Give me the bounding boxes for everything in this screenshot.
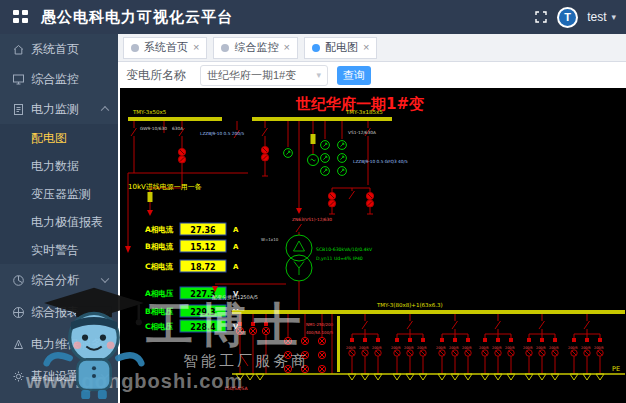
query-bar: 变电所名称 世纪华府一期1#变 ▾ 查询 (118, 62, 626, 88)
sidebar-item-comprehensive-reports[interactable]: 综合报表 (0, 296, 118, 328)
lv-section: TMY-3(80x8)+1(63x6.3) 150/5A/5A NM1-250/… (224, 302, 625, 391)
app-header: 愚公电科电力可视化云平台 T test ▾ (0, 0, 626, 34)
current-a-value: 27.36 (190, 226, 216, 235)
sidebar-item-label: 配电图 (31, 130, 67, 147)
sidebar-item-power-data[interactable]: 电力数据 (0, 152, 118, 180)
tab-label: 配电图 (325, 40, 358, 55)
sidebar-item-label: 基础设置 (31, 368, 79, 385)
voltage-c-label: C相电压 (145, 322, 174, 331)
substation-select[interactable]: 世纪华府一期1#变 ▾ (200, 65, 328, 86)
single-line-diagram: 200/5 世纪华府一期1#变 TMY-3x50x5 TMY-3x185x5 (120, 88, 626, 403)
tab-monitoring[interactable]: 综合监控 × (213, 37, 297, 59)
app-title: 愚公电科电力可视化云平台 (41, 8, 233, 27)
sidebar-item-label: 实时警告 (31, 242, 79, 259)
current-b-label: B相电流 (145, 242, 174, 251)
substation-name-label: 变电所名称 (126, 67, 186, 84)
sidebar-item-monitoring[interactable]: 综合监控 (0, 64, 118, 94)
ct1-label: LZZBJ9-10 0.5 200/5 (200, 131, 244, 136)
report-icon (12, 306, 25, 319)
voltage-c-value: 228.4 (190, 323, 216, 332)
tab-bar: 系统首页 × 综合监控 × 配电图 × (118, 34, 626, 62)
tab-label: 系统首页 (144, 40, 188, 55)
current-c-unit: A (233, 263, 239, 271)
voltage-b-value: 229.3 (190, 308, 215, 317)
tx-tap-label: 配变分接挡1250A/5 (212, 294, 258, 301)
sidebar-item-distribution-diagram[interactable]: 配电图 (0, 124, 118, 152)
tab-home[interactable]: 系统首页 × (123, 37, 207, 59)
sidebar-item-home[interactable]: 系统首页 (0, 34, 118, 64)
sidebar-item-label: 电力极值报表 (31, 214, 103, 231)
disconnector-current-label: 630A (172, 126, 183, 131)
menu-toggle-icon[interactable] (13, 10, 29, 24)
sidebar-item-label: 综合报表 (31, 304, 79, 321)
caret-down-icon: ▾ (611, 12, 616, 22)
hv-bus-left-label: TMY-3x50x5 (132, 109, 167, 115)
measurement-panel: A相电流 27.36 A B相电流 15.12 A C相电流 18.72 A A… (145, 223, 239, 332)
current-c-value: 18.72 (190, 263, 215, 272)
avatar[interactable]: T (557, 7, 578, 28)
current-a-label: A相电流 (145, 225, 174, 234)
hv-bus-right-label: TMY-3x185x5 (345, 109, 383, 115)
close-icon[interactable]: × (193, 42, 199, 53)
transformer: ZN63(VS1)-12/630 SCB10-630kVA/10/0.4kV D… (212, 121, 373, 310)
sidebar-item-power-extreme-report[interactable]: 电力极值报表 (0, 208, 118, 236)
document-icon (12, 103, 25, 116)
tx-spec2-label: D,yn11 Ud=4% IP40 (316, 256, 363, 261)
sidebar-item-realtime-alarm[interactable]: 实时警告 (0, 236, 118, 264)
fullscreen-icon[interactable] (534, 10, 548, 24)
voltage-b-label: B相电压 (145, 307, 174, 316)
current-c-label: C相电流 (145, 262, 174, 271)
disconnector-label: GW9-10/630 (140, 126, 167, 131)
close-icon[interactable]: × (283, 42, 289, 53)
sidebar-submenu: 配电图 电力数据 变压器监测 电力极值报表 实时警告 (0, 124, 118, 264)
sidebar-item-label: 变压器监测 (31, 186, 91, 203)
chevron-up-icon (101, 106, 109, 114)
pe-label: PE (612, 365, 620, 373)
neutral-ct-label: 150/5A/5A (224, 386, 248, 391)
monitor-icon (12, 73, 25, 86)
chevron-down-icon (101, 307, 109, 315)
sidebar-item-label: 电力监测 (31, 101, 79, 118)
current-a-unit: A (233, 226, 239, 234)
lv-breaker-label-2: 400/5A 100/5 (306, 330, 334, 335)
diagram-canvas: 200/5 世纪华府一期1#变 TMY-3x50x5 TMY-3x185x5 (120, 88, 626, 403)
hv-right-section: VS1-12/630A LZZBJ9-10 0.5 GFQ3 40/5 (261, 121, 408, 240)
query-button[interactable]: 查询 (337, 66, 371, 85)
vcb-label: VS1-12/630A (348, 130, 376, 135)
service-icon (12, 338, 25, 351)
chevron-down-icon (101, 371, 109, 379)
voltage-a-label: A相电压 (145, 289, 174, 298)
sidebar-item-label: 电力数据 (31, 158, 79, 175)
ct2-label: LZZBJ9-10 0.5 GFQ3 40/5 (353, 159, 408, 164)
tab-label: 综合监控 (234, 40, 278, 55)
sidebar-item-comprehensive-analysis[interactable]: 综合分析 (0, 264, 118, 296)
tx-breaker-label: ZN63(VS1)-12/630 (292, 217, 332, 222)
tx-w-label: W=1x10 (261, 237, 279, 242)
hv-busbars: TMY-3x50x5 TMY-3x185x5 (128, 109, 392, 121)
tab-dot-icon (131, 44, 139, 52)
tab-dot-icon (221, 44, 229, 52)
sidebar: 系统首页 综合监控 电力监测 配电图 电力数据 变压器监测 电力极值报表 实时警… (0, 34, 118, 403)
lv-breaker-label-1: NM1-250/200 (306, 322, 334, 327)
username[interactable]: test (587, 10, 606, 24)
close-icon[interactable]: × (363, 42, 369, 53)
sidebar-item-maintenance-service[interactable]: 电力维保服务 (0, 328, 118, 360)
tab-dot-icon (312, 44, 320, 52)
sidebar-item-power-monitor[interactable]: 电力监测 (0, 94, 118, 124)
sidebar-item-transformer-monitor[interactable]: 变压器监测 (0, 180, 118, 208)
lv-bus-label: TMY-3(80x8)+1(63x6.3) (376, 302, 443, 308)
tab-distribution-diagram[interactable]: 配电图 × (304, 37, 377, 59)
current-b-unit: A (233, 243, 239, 251)
sidebar-item-label: 综合分析 (31, 272, 79, 289)
tx-spec1-label: SCB10-630kVA/10/0.4kV (316, 247, 373, 252)
incoming-note: 10kV进线电源一用一备 (128, 183, 202, 191)
sidebar-item-label: 系统首页 (31, 41, 79, 58)
substation-select-value: 世纪华府一期1#变 (207, 68, 296, 83)
gear-icon (12, 370, 25, 383)
sidebar-item-label: 综合监控 (31, 71, 79, 88)
home-icon (12, 43, 25, 56)
sidebar-item-label: 电力维保服务 (31, 336, 103, 353)
analysis-icon (12, 274, 25, 287)
current-b-value: 15.12 (190, 243, 215, 252)
sidebar-item-basic-settings[interactable]: 基础设置 (0, 360, 118, 392)
